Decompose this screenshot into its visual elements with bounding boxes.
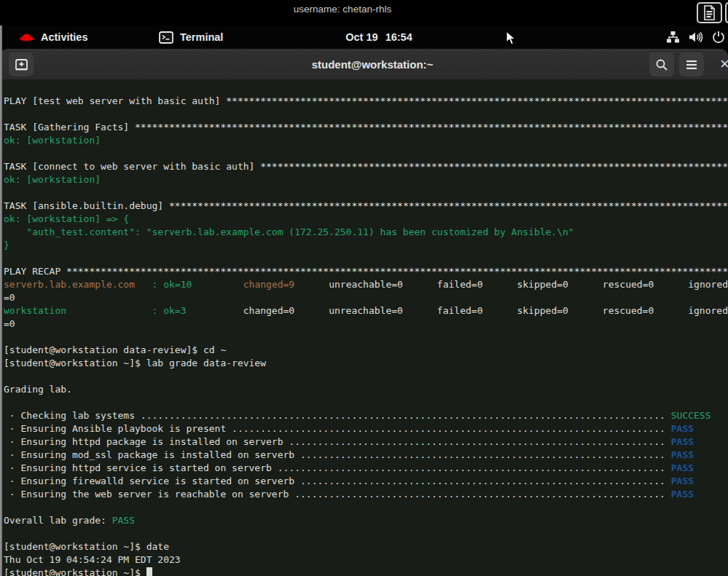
clipboard-panel-button[interactable] [697,2,722,23]
terminal-line: · Ensuring firewalld service is started … [4,475,728,488]
terminal-line: · Ensuring httpd package is installed on… [4,435,728,449]
clock[interactable]: Oct 19 16:54 [340,25,418,49]
terminal-line: ok: [workstation] [4,134,728,147]
terminal-line: =0 [4,291,728,304]
terminal-line: } [4,239,728,252]
terminal-line [4,501,728,514]
terminal-line [4,186,728,200]
terminal-line [4,527,728,540]
terminal-line: [student@workstation ~]$ date [4,540,728,553]
terminal-line: · Checking lab systems .................… [4,409,728,422]
terminal-line [4,331,728,344]
power-icon [712,31,725,44]
terminal-line: PLAY RECAP *****************************… [4,265,728,278]
document-icon [703,5,716,20]
system-status-area[interactable] [660,25,728,49]
terminal-line: =0 [4,317,728,331]
remote-username-label: username: chetan-rhls [294,4,391,15]
hamburger-menu-icon [686,60,697,70]
terminal-line: Overall lab grade: PASS [4,514,728,527]
terminal-line: [student@workstation ~]$ lab grade data-… [4,357,728,370]
terminal-line: ok: [workstation] [4,173,728,186]
terminal-line [4,252,728,265]
terminal-line [4,396,728,409]
terminal-cursor [146,567,152,576]
clock-date: Oct 19 [345,31,377,43]
terminal-window: student@workstation:~ × PLAY [test web s… [0,49,728,576]
menu-button[interactable] [679,52,704,76]
terminal-line [4,147,728,160]
screen-edge-strip [0,25,2,576]
terminal-line [4,108,728,121]
terminal-line: [student@workstation ~]$ [4,567,728,576]
close-button[interactable]: × [720,55,728,74]
terminal-line: TASK [ansible.builtin.debug] ***********… [4,200,728,213]
terminal-line: · Ensuring the web server is reachable o… [4,488,728,501]
clipboard-panel-button-partial[interactable] [725,2,728,23]
new-tab-button[interactable] [9,52,34,76]
terminal-output[interactable]: PLAY [test web server with basic auth] *… [0,80,728,576]
terminal-line [4,370,728,383]
network-wired-icon [666,31,680,44]
search-icon [655,58,668,71]
activities-button[interactable]: Activities [13,25,93,49]
clock-time: 16:54 [385,31,412,43]
terminal-line: · Ensuring mod_ssl package is installed … [4,449,728,462]
terminal-line: · Ensuring Ansible playbook is present .… [4,422,728,435]
terminal-line: Thu Oct 19 04:54:24 PM EDT 2023 [4,553,728,567]
app-menu-label: Terminal [180,31,223,43]
terminal-app-icon [159,31,173,44]
terminal-line: serverb.lab.example.com : ok=10 changed=… [4,278,728,291]
terminal-line: "auth_test.content": "serverb.lab.exampl… [4,226,728,239]
new-tab-icon [15,58,28,71]
mouse-pointer [506,31,517,46]
terminal-line: ok: [workstation] => { [4,213,728,226]
terminal-line: Grading lab. [4,383,728,396]
terminal-line: · Ensuring httpd service is started on s… [4,462,728,475]
gnome-top-bar: Activities Terminal Oct 19 16:54 [0,25,728,49]
app-menu-terminal[interactable]: Terminal [153,25,229,49]
volume-icon [689,31,703,44]
terminal-line: TASK [connect to web server with basic a… [4,160,728,173]
search-button[interactable] [649,52,674,76]
activities-label: Activities [41,31,87,43]
terminal-line: [student@workstation data-review]$ cd ~ [4,344,728,357]
terminal-line: PLAY [test web server with basic auth] *… [4,95,728,108]
redhat-icon [19,31,34,43]
terminal-line: workstation : ok=3 changed=0 unreachable… [4,304,728,317]
terminal-line: TASK [Gathering Facts] *****************… [4,121,728,134]
terminal-headerbar: student@workstation:~ × [0,49,728,80]
remote-status-bar: username: chetan-rhls [0,0,728,25]
window-title: student@workstation:~ [312,49,434,79]
